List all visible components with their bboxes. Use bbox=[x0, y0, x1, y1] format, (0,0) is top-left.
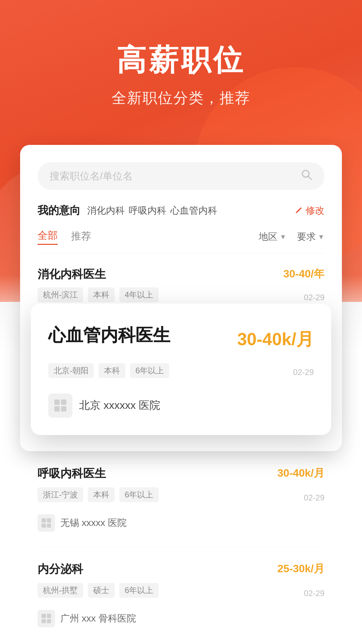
popup-header: 心血管内科医生 30-40k/月 bbox=[48, 324, 314, 355]
list-item[interactable]: 内分泌科 25-30k/月 杭州-拱墅 硕士 6年以上 02-29 bbox=[38, 547, 324, 642]
company-logo-small-1 bbox=[38, 610, 55, 627]
tab-recommended[interactable]: 推荐 bbox=[71, 229, 91, 245]
svg-line-1 bbox=[308, 176, 311, 179]
top-card: 搜索职位名/单位名 我的意向 消化内科 呼吸内科 心血管内科 bbox=[20, 145, 342, 451]
job-list-tag-1-0: 杭州-拱墅 bbox=[38, 583, 83, 598]
popup-tag-2: 6年以上 bbox=[130, 363, 169, 378]
search-bar[interactable]: 搜索职位名/单位名 bbox=[38, 162, 324, 190]
job-list-date-0: 02-29 bbox=[304, 493, 324, 502]
filter-region-button[interactable]: 地区 ▼ bbox=[259, 230, 286, 243]
popup-job-card[interactable]: 心血管内科医生 30-40k/月 北京-朝阳 本科 6年以上 02-29 bbox=[31, 304, 331, 435]
page-wrapper: 高薪职位 全新职位分类，推荐 搜索职位名/单位名 我 bbox=[0, 0, 362, 644]
top-job-item[interactable]: 消化内科医生 30-40/年 杭州-滨江 本科 4年以上 02-29 bbox=[38, 267, 324, 308]
top-job-tag-0: 杭州-滨江 bbox=[38, 287, 83, 302]
filter-region-label: 地区 bbox=[259, 230, 278, 243]
top-job-tags: 杭州-滨江 本科 4年以上 bbox=[38, 287, 159, 302]
intent-edit-button[interactable]: 修改 bbox=[294, 204, 324, 217]
job-list-tag-0-2: 6年以上 bbox=[119, 487, 159, 502]
hero-subtitle: 全新职位分类，推荐 bbox=[20, 88, 342, 108]
popup-job-tags: 北京-朝阳 本科 6年以上 bbox=[48, 363, 169, 378]
popup-job-salary: 30-40k/月 bbox=[237, 328, 314, 351]
main-card-container: 搜索职位名/单位名 我的意向 消化内科 呼吸内科 心血管内科 bbox=[20, 145, 342, 451]
popup-job-title: 心血管内科医生 bbox=[48, 324, 170, 347]
job-list-tags-0: 浙江-宁波 本科 6年以上 bbox=[38, 487, 159, 502]
intent-label: 我的意向 bbox=[38, 203, 80, 218]
popup-job-date: 02-29 bbox=[293, 368, 314, 377]
top-job-title: 消化内科医生 bbox=[38, 267, 106, 282]
company-logo-small-0 bbox=[38, 514, 55, 532]
edit-label: 修改 bbox=[306, 204, 324, 217]
job-list-section: 呼吸内科医生 30-40k/月 浙江-宁波 本科 6年以上 02-29 bbox=[20, 451, 342, 642]
job-list-salary-1: 25-30k/月 bbox=[277, 561, 324, 576]
filter-requirement-label: 要求 bbox=[297, 230, 316, 243]
job-list-tag-1-1: 硕士 bbox=[88, 583, 115, 598]
popup-tag-1: 本科 bbox=[99, 363, 125, 378]
job-list-header-1: 内分泌科 25-30k/月 bbox=[38, 561, 324, 577]
job-list-company-name-0: 无锡 xxxxx 医院 bbox=[60, 517, 127, 529]
edit-icon bbox=[294, 206, 304, 215]
job-list-header-0: 呼吸内科医生 30-40k/月 bbox=[38, 466, 324, 481]
filter-right: 地区 ▼ 要求 ▼ bbox=[259, 230, 324, 243]
job-list-tags-1: 杭州-拱墅 硕士 6年以上 bbox=[38, 583, 159, 598]
popup-company-name: 北京 xxxxxx 医院 bbox=[79, 398, 160, 413]
intent-tag-2: 心血管内科 bbox=[170, 204, 217, 217]
job-list-company-0: 无锡 xxxxx 医院 bbox=[38, 514, 324, 532]
top-job-tag-1: 本科 bbox=[88, 287, 115, 302]
job-list-tag-1-2: 6年以上 bbox=[119, 583, 159, 598]
popup-tag-0: 北京-朝阳 bbox=[48, 363, 94, 378]
top-job-salary: 30-40/年 bbox=[283, 267, 324, 281]
intent-tag-0: 消化内科 bbox=[87, 204, 125, 217]
top-job-tag-2: 4年以上 bbox=[119, 287, 159, 302]
job-list-tag-0-0: 浙江-宁波 bbox=[38, 487, 83, 502]
popup-company: 北京 xxxxxx 医院 bbox=[48, 393, 314, 418]
company-logo bbox=[48, 393, 72, 418]
job-list-company-name-1: 广州 xxx 骨科医院 bbox=[60, 612, 136, 625]
search-placeholder: 搜索职位名/单位名 bbox=[50, 169, 301, 183]
hero-title: 高薪职位 bbox=[20, 40, 342, 80]
top-job-date: 02-29 bbox=[304, 293, 324, 302]
chevron-down-icon-2: ▼ bbox=[318, 233, 324, 241]
intent-tag-1: 呼吸内科 bbox=[129, 204, 166, 217]
chevron-down-icon: ▼ bbox=[280, 233, 286, 241]
job-list-title-0: 呼吸内科医生 bbox=[38, 466, 106, 481]
job-list-title-1: 内分泌科 bbox=[38, 561, 83, 577]
filter-requirement-button[interactable]: 要求 ▼ bbox=[297, 230, 324, 243]
hero-section: 高薪职位 全新职位分类，推荐 bbox=[0, 0, 362, 128]
job-list-company-1: 广州 xxx 骨科医院 bbox=[38, 610, 324, 627]
tab-all[interactable]: 全部 bbox=[38, 229, 58, 245]
job-list-date-1: 02-29 bbox=[304, 589, 324, 598]
search-icon[interactable] bbox=[301, 169, 312, 183]
list-item[interactable]: 呼吸内科医生 30-40k/月 浙江-宁波 本科 6年以上 02-29 bbox=[38, 451, 324, 547]
job-list-salary-0: 30-40k/月 bbox=[277, 466, 324, 481]
intent-row: 我的意向 消化内科 呼吸内科 心血管内科 修改 bbox=[38, 203, 324, 218]
job-list-tag-0-1: 本科 bbox=[88, 487, 115, 502]
filter-row: 全部 推荐 地区 ▼ 要求 ▼ bbox=[38, 229, 324, 253]
